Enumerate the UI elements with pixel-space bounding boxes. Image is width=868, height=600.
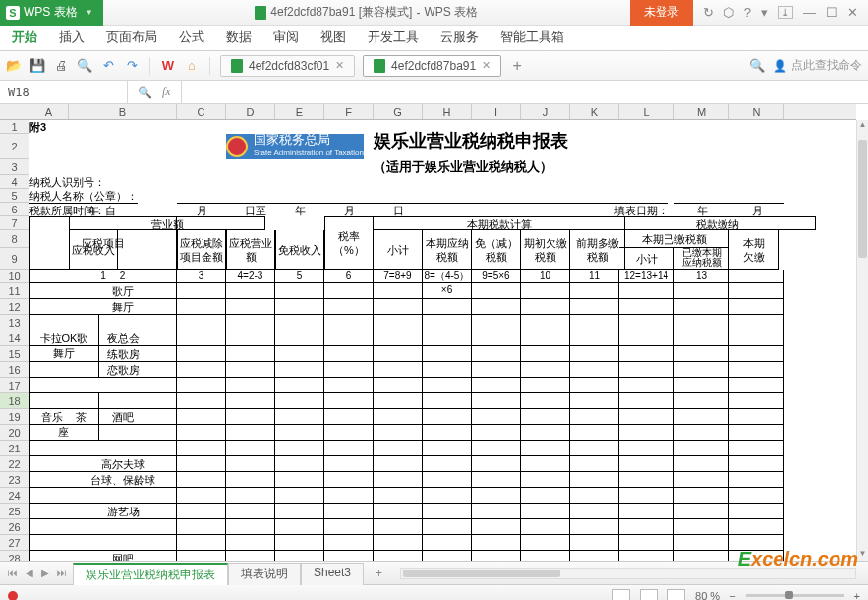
redo-icon[interactable]: ↷ [124,58,140,74]
download-icon[interactable]: ⤓ [778,6,793,19]
cell[interactable] [423,519,472,535]
cell[interactable] [729,362,784,378]
cell[interactable] [729,519,784,535]
col-header[interactable]: N [729,104,784,119]
cell[interactable] [177,551,226,561]
cell[interactable] [674,551,729,561]
zoom-slider[interactable] [746,594,844,597]
cell[interactable]: 10 [521,270,570,283]
row-header[interactable]: 1 [0,120,29,134]
cell[interactable] [177,378,226,393]
cell[interactable]: 已缴本期 应纳税额 [674,248,729,270]
cell[interactable] [423,283,472,299]
cell[interactable] [472,283,521,299]
cell[interactable] [177,315,226,330]
cell[interactable] [619,519,674,535]
ribbon-tab-8[interactable]: 云服务 [440,29,479,50]
cell[interactable] [275,551,324,561]
name-box[interactable]: W18 [0,81,128,103]
cell[interactable] [570,456,619,472]
formula-input[interactable] [182,81,868,103]
cell[interactable] [570,472,619,488]
cell[interactable] [729,472,784,488]
cell[interactable] [521,551,570,561]
row-header[interactable]: 24 [0,488,29,504]
cell[interactable] [324,393,374,409]
cell[interactable] [374,535,423,551]
row-header[interactable]: 2 [0,134,29,159]
row-header[interactable]: 18 [0,393,29,409]
cell[interactable] [674,488,729,504]
select-all-corner[interactable] [0,104,29,120]
row-header[interactable]: 5 [0,189,29,203]
sync-icon[interactable]: ↻ [703,5,714,20]
row-header[interactable]: 6 [0,203,29,216]
cell[interactable] [521,330,570,346]
cell[interactable] [177,299,226,315]
row-header[interactable]: 11 [0,283,29,299]
cell[interactable]: 免（减） 税额 [472,230,521,270]
col-header[interactable]: I [472,104,521,119]
cell[interactable] [226,409,275,425]
cell[interactable]: 本期税款计算 [374,216,625,230]
cell[interactable] [619,551,674,561]
cell[interactable] [674,425,729,441]
ribbon-tab-6[interactable]: 视图 [320,29,346,50]
cell[interactable] [521,283,570,299]
sheet-tab[interactable]: 娱乐业营业税纳税申报表 [73,563,228,585]
cell[interactable] [521,504,570,519]
view-normal-icon[interactable] [612,589,630,601]
cell[interactable] [275,441,324,456]
cell[interactable] [674,299,729,315]
cell[interactable]: 11 [570,270,619,283]
cell[interactable]: 年 [69,203,118,216]
cell[interactable] [324,378,374,393]
cell[interactable] [729,504,784,519]
record-indicator-icon[interactable] [8,591,18,601]
cell[interactable] [423,362,472,378]
cell[interactable] [472,362,521,378]
cell[interactable] [324,456,374,472]
cell[interactable]: 附3 [29,120,69,134]
cell[interactable]: 9=5×6 [472,270,521,283]
cell[interactable] [324,315,374,330]
row-header[interactable]: 27 [0,535,29,551]
sheet-nav-prev-icon[interactable]: ◀ [24,568,35,578]
cell[interactable] [324,504,374,519]
cell[interactable] [521,456,570,472]
cell[interactable]: 月 [729,203,784,216]
cell[interactable] [226,378,275,393]
row-header[interactable]: 16 [0,362,29,378]
cell[interactable] [472,315,521,330]
cell[interactable] [374,456,423,472]
cell[interactable] [472,330,521,346]
cell[interactable]: 税款缴纳 [619,216,816,230]
row-header[interactable]: 12 [0,299,29,315]
cell[interactable] [374,488,423,504]
close-tab-icon[interactable]: ✕ [482,59,491,72]
cell[interactable]: 小计 [619,248,674,270]
cell[interactable] [324,283,374,299]
row-header[interactable]: 17 [0,378,29,393]
cell[interactable] [619,409,674,425]
scroll-thumb[interactable] [858,140,867,258]
cell[interactable] [729,378,784,393]
cell-merged[interactable]: 音乐 茶 座 [29,409,98,441]
cell[interactable] [521,346,570,362]
command-search[interactable]: 👤 点此查找命令 [773,57,862,74]
cell[interactable]: 纳税人名称（公章）： [29,189,226,203]
cell[interactable] [374,346,423,362]
ribbon-tab-5[interactable]: 审阅 [273,29,299,50]
cell[interactable] [374,393,423,409]
cell[interactable] [521,315,570,330]
cell[interactable] [423,425,472,441]
cell[interactable] [374,283,423,299]
row-header[interactable]: 10 [0,270,29,283]
cell[interactable] [674,535,729,551]
cell[interactable] [619,456,674,472]
cell[interactable] [69,441,177,456]
cell[interactable] [226,456,275,472]
cell[interactable] [226,472,275,488]
cell[interactable] [521,299,570,315]
cell[interactable] [619,330,674,346]
